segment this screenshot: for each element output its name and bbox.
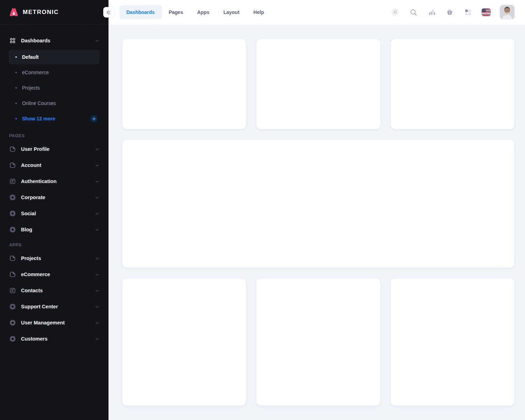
- cards-top-row: [122, 39, 514, 129]
- grid-icon: [9, 37, 16, 44]
- tab-help[interactable]: Help: [246, 5, 271, 19]
- apps-launcher-button[interactable]: [463, 8, 472, 17]
- sidebar-item-label: Corporate: [21, 195, 45, 200]
- topbar-actions: [391, 5, 525, 20]
- sidebar-item-account[interactable]: Account: [9, 157, 100, 173]
- sidebar-item-label: Social: [21, 211, 36, 216]
- sidebar-item-label: Blog: [21, 227, 32, 232]
- file-icon: [9, 146, 16, 153]
- placeholder-card: [122, 278, 246, 406]
- plus-button[interactable]: [90, 115, 97, 122]
- sidebar-item-authentication[interactable]: Authentication: [9, 173, 100, 189]
- sidebar-item-label: Projects: [21, 255, 41, 261]
- sidebar-item-show-more[interactable]: Show 12 more: [9, 111, 100, 126]
- sidebar-item-blog[interactable]: Blog: [9, 222, 100, 238]
- sidebar-item-apps-projects[interactable]: Projects: [9, 250, 100, 266]
- bullet-dot: [15, 56, 17, 58]
- sidebar-item-apps-ecommerce[interactable]: eCommerce: [9, 266, 100, 282]
- search-icon: [410, 8, 418, 16]
- chevron-down-icon: [94, 227, 100, 232]
- theme-toggle-button[interactable]: [391, 8, 400, 17]
- main-content: [108, 24, 525, 420]
- file-icon: [9, 255, 16, 262]
- file-icon: [9, 271, 16, 278]
- user-avatar[interactable]: [500, 5, 514, 20]
- sidebar-item-online-courses[interactable]: Online Courses: [9, 96, 100, 111]
- chevron-down-icon: [94, 163, 100, 168]
- sidebar-item-label: Support Center: [21, 304, 58, 309]
- sidebar-item-dashboards[interactable]: Dashboards: [9, 36, 100, 46]
- sidebar-item-contacts[interactable]: Contacts: [9, 282, 100, 299]
- basket-icon: [446, 8, 454, 16]
- tab-layout[interactable]: Layout: [216, 5, 246, 19]
- chevron-down-icon: [94, 147, 100, 152]
- sidebar-item-label: Show 12 more: [22, 116, 55, 121]
- globe-icon: [9, 226, 16, 233]
- chart-frame-icon: [9, 178, 16, 185]
- globe-icon: [9, 335, 16, 342]
- placeholder-card: [391, 39, 514, 129]
- sidebar-item-label: Customers: [21, 336, 48, 342]
- sidebar-item-label: User Profile: [21, 146, 49, 152]
- section-title-pages: PAGES: [9, 133, 100, 139]
- stats-button[interactable]: [427, 8, 436, 17]
- sidebar-item-label: Default: [22, 54, 38, 60]
- sun-icon: [391, 8, 399, 16]
- sidebar-menu: Dashboards Default eCommerce Projects On…: [0, 24, 108, 347]
- sidebar-collapse-button[interactable]: [103, 7, 114, 18]
- globe-icon: [9, 194, 16, 201]
- sidebar-item-label: Contacts: [21, 288, 43, 293]
- bullet-dot: [15, 103, 17, 104]
- sidebar-item-label: User Management: [21, 320, 65, 326]
- cart-button[interactable]: [445, 8, 454, 17]
- chart-frame-icon: [9, 287, 16, 294]
- chevron-down-icon: [94, 272, 100, 277]
- sidebar-item-label: eCommerce: [21, 272, 50, 277]
- chevron-down-icon: [94, 195, 100, 200]
- chevron-down-icon: [94, 179, 100, 184]
- bullet-dot: [15, 118, 17, 119]
- brand-logo-icon: [9, 7, 19, 17]
- sidebar-item-social[interactable]: Social: [9, 205, 100, 222]
- bullet-dot: [15, 87, 17, 89]
- sidebar-item-label: eCommerce: [22, 70, 49, 75]
- chevron-down-icon: [94, 320, 100, 326]
- sidebar-item-user-management[interactable]: User Management: [9, 315, 100, 331]
- sidebar-item-label: Dashboards: [21, 38, 50, 43]
- language-button[interactable]: [482, 8, 491, 16]
- sidebar-item-ecommerce[interactable]: eCommerce: [9, 65, 100, 80]
- placeholder-card: [122, 39, 246, 129]
- sidebar-item-support-center[interactable]: Support Center: [9, 299, 100, 315]
- chevron-down-icon: [94, 256, 100, 261]
- globe-icon: [9, 210, 16, 217]
- chevron-down-icon: [94, 38, 100, 43]
- sidebar-item-corporate[interactable]: Corporate: [9, 189, 100, 205]
- double-chevron-left-icon: [106, 10, 112, 15]
- chevron-down-icon: [94, 211, 100, 216]
- sidebar: METRONIC Dashboards Default eCommerce: [0, 0, 108, 420]
- sidebar-item-projects[interactable]: Projects: [9, 80, 100, 96]
- search-button[interactable]: [409, 8, 418, 17]
- sidebar-item-label: Authentication: [21, 178, 57, 184]
- topbar-tabs: Dashboards Pages Apps Layout Help: [119, 5, 271, 19]
- tab-apps[interactable]: Apps: [190, 5, 216, 19]
- chevron-down-icon: [94, 288, 100, 293]
- placeholder-card: [256, 278, 380, 406]
- chevron-down-icon: [94, 336, 100, 342]
- bullet-dot: [15, 72, 17, 73]
- bar-chart-icon: [428, 8, 436, 16]
- placeholder-card-wide: [122, 140, 514, 268]
- sidebar-item-default[interactable]: Default: [9, 50, 100, 64]
- globe-icon: [9, 303, 16, 310]
- brand-name: METRONIC: [23, 9, 59, 16]
- globe-icon: [9, 319, 16, 326]
- tab-dashboards[interactable]: Dashboards: [119, 5, 162, 19]
- placeholder-card: [256, 39, 380, 129]
- section-title-apps: APPS: [9, 243, 100, 248]
- sidebar-item-user-profile[interactable]: User Profile: [9, 141, 100, 157]
- sidebar-header: METRONIC: [0, 0, 108, 24]
- us-flag-icon: [482, 8, 486, 12]
- sidebar-item-label: Projects: [22, 85, 40, 91]
- sidebar-item-customers[interactable]: Customers: [9, 331, 100, 347]
- tab-pages[interactable]: Pages: [162, 5, 190, 19]
